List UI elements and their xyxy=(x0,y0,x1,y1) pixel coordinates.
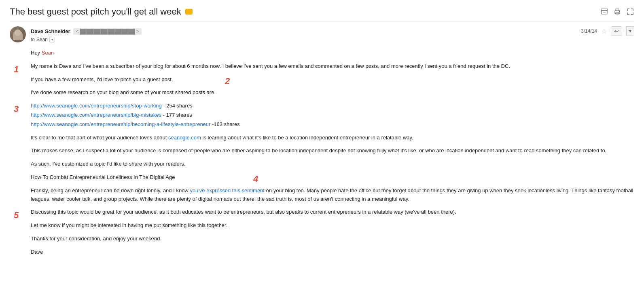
links-section: 3 http://www.seanogle.com/entrepreneursh… xyxy=(31,102,634,128)
para4-after: is learning about what it's like to be a… xyxy=(201,135,413,141)
sender-name-block: Dave Schneider < ████████████████ > xyxy=(31,28,142,34)
para5: This makes sense, as I suspect a lot of … xyxy=(31,147,634,155)
annotation-5: 5 xyxy=(14,208,19,222)
subject-title: The best guest post pitch you'll get all… xyxy=(10,6,181,17)
topic-wrapper: How To Combat Entrepreneurial Loneliness… xyxy=(31,173,634,182)
print-icon[interactable] xyxy=(613,8,621,16)
link2-shares: - 177 shares xyxy=(161,112,192,118)
email-date: 3/14/14 xyxy=(581,28,597,34)
annotation-2: 2 xyxy=(225,74,230,88)
to-label: to xyxy=(31,37,35,42)
para9: Let me know if you might be interested i… xyxy=(31,221,634,230)
sender-meta-right: 3/14/14 ☆ ↩ ▾ xyxy=(581,26,634,36)
para1-wrapper: 1 My name is Dave and I've been a subscr… xyxy=(31,62,634,71)
to-row: to Sean ▾ xyxy=(31,37,634,42)
para7-before: Frankly, being an entrepreneur can be do… xyxy=(31,187,190,193)
star-icon[interactable]: ☆ xyxy=(601,27,607,35)
sender-info: Dave Schneider < ████████████████ > 3/14… xyxy=(31,26,634,42)
greeting-text: Hey xyxy=(31,50,42,56)
email-container: The best guest post pitch you'll get all… xyxy=(0,0,644,268)
svg-rect-0 xyxy=(601,9,608,11)
link3[interactable]: http://www.seanogle.com/entrepreneurship… xyxy=(31,121,210,127)
archive-icon[interactable] xyxy=(600,8,608,16)
annotation-4: 4 xyxy=(253,172,258,186)
to-name: Sean xyxy=(36,37,48,42)
para8-wrapper: 5 Discussing this topic would be great f… xyxy=(31,208,634,217)
link1[interactable]: http://www.seanogle.com/entrepreneurship… xyxy=(31,103,162,109)
subject-icons xyxy=(600,8,634,16)
to-dropdown[interactable]: ▾ xyxy=(49,37,55,42)
avatar xyxy=(10,26,26,42)
para2: If you have a few moments, I'd love to p… xyxy=(31,76,634,84)
greeting-name: Sean xyxy=(42,50,54,56)
label-tag xyxy=(185,9,193,15)
sender-row: Dave Schneider < ████████████████ > 3/14… xyxy=(10,26,634,42)
sender-name: Dave Schneider xyxy=(31,28,70,34)
link1-row: http://www.seanogle.com/entrepreneurship… xyxy=(31,102,634,110)
annotation-3: 3 xyxy=(14,102,19,116)
link3-shares: -163 shares xyxy=(210,121,239,127)
para4-before: It's clear to me that part of what your … xyxy=(31,135,168,141)
para2-wrapper: If you have a few moments, I'd love to p… xyxy=(31,76,634,84)
greeting-line: Hey Sean xyxy=(31,49,634,57)
seanogle-link[interactable]: seanogle.com xyxy=(168,135,201,141)
expand-icon[interactable] xyxy=(626,8,634,16)
subject-left: The best guest post pitch you'll get all… xyxy=(10,6,193,17)
link2-row: http://www.seanogle.com/entrepreneurship… xyxy=(31,111,634,120)
para6: As such, I've customized a topic I'd lik… xyxy=(31,160,634,168)
para7: Frankly, being an entrepreneur can be do… xyxy=(31,187,634,204)
para10: Thanks for your consideration, and enjoy… xyxy=(31,235,634,243)
topic-line: How To Combat Entrepreneurial Loneliness… xyxy=(31,173,634,182)
link1-shares: - 254 shares xyxy=(162,103,193,109)
email-body: Hey Sean 1 My name is Dave and I've been… xyxy=(10,49,634,257)
para3: I've done some research on your blog and… xyxy=(31,88,634,97)
annotation-1: 1 xyxy=(14,62,19,76)
reply-button[interactable]: ↩ xyxy=(611,26,622,36)
para4: It's clear to me that part of what your … xyxy=(31,134,634,142)
link3-row: http://www.seanogle.com/entrepreneurship… xyxy=(31,120,634,129)
svg-point-6 xyxy=(619,11,620,12)
link2[interactable]: http://www.seanogle.com/entrepreneurship… xyxy=(31,112,161,118)
para1: My name is Dave and I've been a subscrib… xyxy=(31,62,634,71)
signature: Dave xyxy=(31,248,634,257)
sender-email: < ████████████████ > xyxy=(73,28,142,35)
expressed-sentiment-link[interactable]: you've expressed this sentiment xyxy=(190,187,265,193)
svg-rect-5 xyxy=(616,13,619,14)
sender-name-row: Dave Schneider < ████████████████ > 3/14… xyxy=(31,26,634,36)
more-options-button[interactable]: ▾ xyxy=(626,26,634,36)
para8: Discussing this topic would be great for… xyxy=(31,208,634,217)
subject-row: The best guest post pitch you'll get all… xyxy=(10,6,634,21)
